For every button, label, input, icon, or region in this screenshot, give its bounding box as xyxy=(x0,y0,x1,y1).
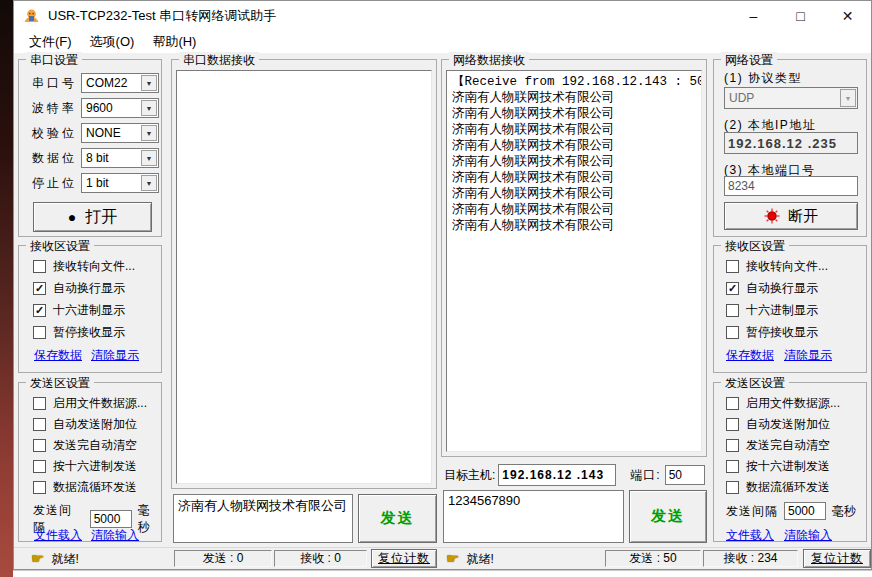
network-send-input[interactable]: 1234567890 xyxy=(443,490,624,543)
menu-bar: 文件(F) 选项(O) 帮助(H) xyxy=(14,31,871,53)
send-interval-input[interactable] xyxy=(784,502,826,520)
serial-receive-display[interactable] xyxy=(176,70,432,484)
clear-input-link[interactable]: 清除输入 xyxy=(784,527,832,544)
network-send-options-title: 发送区设置 xyxy=(721,375,789,392)
checkbox-loop-send[interactable]: 数据流循环发送 xyxy=(33,479,137,496)
checkbox-auto-linewrap[interactable]: 自动换行显示 xyxy=(726,280,818,297)
stop-bits-select[interactable]: 1 bit xyxy=(81,173,159,193)
checkbox-icon[interactable] xyxy=(33,260,46,273)
dropdown-arrow-icon[interactable] xyxy=(141,125,157,141)
received-line: 济南有人物联网技术有限公司 xyxy=(452,218,696,234)
dropdown-arrow-icon[interactable] xyxy=(141,175,157,191)
protocol-type-select[interactable]: UDP xyxy=(724,87,858,109)
checkbox-hex-display[interactable]: 十六进制显示 xyxy=(726,302,818,319)
app-logo-icon xyxy=(23,8,40,25)
checkbox-file-data-source[interactable]: 启用文件数据源... xyxy=(33,395,147,412)
checkbox-icon[interactable] xyxy=(726,481,739,494)
checkbox-icon[interactable] xyxy=(33,418,46,431)
checkbox-send-as-hex[interactable]: 按十六进制发送 xyxy=(726,458,830,475)
checkbox-send-as-hex[interactable]: 按十六进制发送 xyxy=(33,458,137,475)
checkbox-icon[interactable] xyxy=(726,304,739,317)
checkbox-icon[interactable] xyxy=(33,439,46,452)
load-file-link[interactable]: 文件载入 xyxy=(726,527,774,544)
network-receive-title: 网络数据接收 xyxy=(449,52,529,69)
received-line: 济南有人物联网技术有限公司 xyxy=(452,106,696,122)
dropdown-arrow-icon xyxy=(840,89,856,107)
clear-display-link[interactable]: 清除显示 xyxy=(91,347,139,364)
serial-reset-count-button[interactable]: 复位计数 xyxy=(371,549,437,568)
checkbox-file-data-source[interactable]: 启用文件数据源... xyxy=(726,395,840,412)
checkbox-receive-to-file[interactable]: 接收转向文件... xyxy=(726,258,828,275)
checkbox-pause-receive[interactable]: 暂停接收显示 xyxy=(33,324,125,341)
serial-status-ready: 就绪! xyxy=(31,550,79,568)
closed-indicator-icon xyxy=(68,208,76,226)
clear-display-link[interactable]: 清除显示 xyxy=(784,347,832,364)
checkbox-icon[interactable] xyxy=(726,260,739,273)
serial-send-options-group: 发送区设置 启用文件数据源... 自动发送附加位 发送完自动清空 按十六进制发送… xyxy=(18,382,162,542)
checkbox-icon[interactable] xyxy=(726,439,739,452)
minimize-button[interactable]: – xyxy=(730,1,777,31)
save-data-link[interactable]: 保存数据 xyxy=(34,347,82,364)
serial-sent-counter: 发送 : 0 xyxy=(174,550,272,567)
serial-send-button[interactable]: 发送 xyxy=(358,494,437,543)
local-ip-input[interactable] xyxy=(724,132,858,154)
checkbox-icon[interactable] xyxy=(726,418,739,431)
disconnect-label: 断开 xyxy=(788,207,818,226)
checkbox-auto-linewrap[interactable]: 自动换行显示 xyxy=(33,280,125,297)
checkbox-icon[interactable] xyxy=(726,282,739,295)
checkbox-icon[interactable] xyxy=(33,460,46,473)
menu-help[interactable]: 帮助(H) xyxy=(143,30,205,54)
dropdown-arrow-icon[interactable] xyxy=(141,75,157,91)
target-host-input[interactable] xyxy=(498,464,616,486)
checkbox-auto-send-append[interactable]: 自动发送附加位 xyxy=(726,416,830,433)
checkbox-icon[interactable] xyxy=(726,460,739,473)
checkbox-loop-send[interactable]: 数据流循环发送 xyxy=(726,479,830,496)
checkbox-icon[interactable] xyxy=(33,282,46,295)
network-reset-count-button[interactable]: 复位计数 xyxy=(803,549,871,568)
checkbox-clear-after-send[interactable]: 发送完自动清空 xyxy=(726,437,830,454)
receive-from-header: 【Receive from 192.168.12.143 : 50】: xyxy=(452,74,696,90)
menu-options[interactable]: 选项(O) xyxy=(81,30,144,54)
local-port-input[interactable] xyxy=(724,176,858,196)
checkbox-clear-after-send[interactable]: 发送完自动清空 xyxy=(33,437,137,454)
checkbox-pause-receive[interactable]: 暂停接收显示 xyxy=(726,324,818,341)
status-bar: 就绪! 发送 : 0 接收 : 0 复位计数 就绪! 发送 : 50 接收 : … xyxy=(14,547,871,569)
checkbox-icon[interactable] xyxy=(33,481,46,494)
dropdown-arrow-icon[interactable] xyxy=(141,100,157,116)
baud-rate-select[interactable]: 9600 xyxy=(81,98,159,118)
menu-file[interactable]: 文件(F) xyxy=(20,30,81,54)
checkbox-receive-to-file[interactable]: 接收转向文件... xyxy=(33,258,135,275)
serial-receive-options-title: 接收区设置 xyxy=(26,238,94,255)
parity-select[interactable]: NONE xyxy=(81,123,159,143)
maximize-button[interactable]: □ xyxy=(777,1,824,31)
title-bar[interactable]: USR-TCP232-Test 串口转网络调试助手 – □ ✕ xyxy=(14,1,871,31)
checkbox-icon[interactable] xyxy=(726,326,739,339)
send-interval-input[interactable] xyxy=(90,510,132,528)
checkbox-icon[interactable] xyxy=(33,397,46,410)
network-status-ready: 就绪! xyxy=(446,550,494,568)
target-host-row: 目标主机: 端口: xyxy=(444,464,705,486)
received-line: 济南有人物联网技术有限公司 xyxy=(452,90,696,106)
load-file-link[interactable]: 文件载入 xyxy=(34,527,82,544)
close-button[interactable]: ✕ xyxy=(824,1,871,31)
checkbox-hex-display[interactable]: 十六进制显示 xyxy=(33,302,125,319)
connected-indicator-icon xyxy=(764,208,780,224)
clear-input-link[interactable]: 清除输入 xyxy=(91,527,139,544)
com-port-select[interactable]: COM22 xyxy=(81,73,159,93)
interval-unit-label: 毫秒 xyxy=(138,502,161,536)
open-serial-button[interactable]: 打开 xyxy=(33,202,152,232)
checkbox-icon[interactable] xyxy=(33,304,46,317)
open-serial-label: 打开 xyxy=(85,207,117,228)
network-receive-display[interactable]: 【Receive from 192.168.12.143 : 50】: 济南有人… xyxy=(446,70,702,452)
serial-send-input[interactable]: 济南有人物联网技术有限公司 xyxy=(173,494,353,543)
checkbox-icon[interactable] xyxy=(726,397,739,410)
checkbox-icon[interactable] xyxy=(33,326,46,339)
data-bits-value: 8 bit xyxy=(86,151,109,165)
target-port-input[interactable] xyxy=(665,465,705,485)
save-data-link[interactable]: 保存数据 xyxy=(726,347,774,364)
checkbox-auto-send-append[interactable]: 自动发送附加位 xyxy=(33,416,137,433)
dropdown-arrow-icon[interactable] xyxy=(141,150,157,166)
network-send-button[interactable]: 发送 xyxy=(629,490,707,543)
disconnect-button[interactable]: 断开 xyxy=(724,202,858,230)
data-bits-select[interactable]: 8 bit xyxy=(81,148,159,168)
